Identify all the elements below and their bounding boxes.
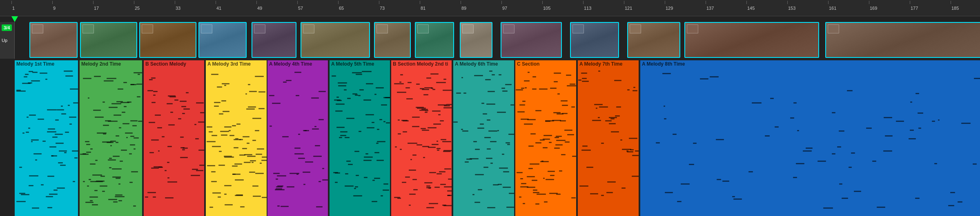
midi-note — [442, 205, 447, 206]
midi-note — [167, 162, 169, 163]
midi-note — [367, 127, 374, 128]
midi-note — [793, 102, 796, 104]
midi-note — [340, 135, 346, 136]
video-clip — [627, 22, 680, 58]
midi-note — [549, 142, 551, 143]
video-clip — [501, 22, 562, 58]
midi-note — [221, 134, 227, 136]
midi-note — [49, 194, 57, 195]
video-clip — [825, 22, 980, 58]
midi-note — [443, 90, 451, 91]
midi-note — [294, 72, 301, 73]
midi-note — [383, 97, 390, 98]
midi-note — [510, 104, 514, 106]
midi-note — [250, 160, 256, 161]
midi-note — [832, 153, 835, 154]
midi-note — [509, 193, 514, 194]
midi-note — [24, 76, 27, 77]
midi-note — [29, 115, 36, 116]
midi-note — [336, 127, 345, 128]
melody-section: Melody 2nd Time — [80, 60, 142, 216]
midi-note — [249, 91, 257, 92]
midi-note — [408, 143, 417, 144]
midi-note — [483, 167, 488, 168]
midi-note — [481, 103, 484, 104]
midi-note — [83, 78, 91, 79]
midi-note — [234, 147, 238, 148]
midi-note — [410, 159, 412, 160]
midi-note — [499, 168, 508, 169]
midi-note — [426, 187, 431, 188]
midi-note — [353, 195, 362, 196]
midi-note — [488, 130, 498, 132]
midi-note — [32, 207, 39, 209]
midi-note — [345, 173, 348, 174]
midi-note — [68, 105, 70, 106]
midi-note — [656, 142, 660, 143]
midi-note — [198, 150, 204, 151]
midi-note — [26, 132, 29, 133]
midi-note — [443, 107, 452, 108]
midi-note — [354, 151, 359, 152]
midi-note — [229, 135, 234, 136]
midi-note — [401, 120, 408, 121]
midi-note — [294, 148, 301, 149]
midi-note — [363, 160, 372, 161]
midi-note — [635, 150, 639, 152]
midi-note — [394, 197, 400, 198]
midi-note — [505, 84, 512, 85]
ruler-tick — [787, 1, 788, 4]
video-clip — [29, 22, 78, 58]
midi-note — [533, 192, 539, 193]
ruler-label: 161 — [829, 6, 836, 11]
midi-note — [377, 129, 379, 130]
midi-note — [112, 168, 122, 170]
midi-note — [49, 146, 56, 148]
midi-note — [918, 128, 921, 129]
midi-note — [412, 126, 420, 127]
midi-note — [89, 196, 98, 198]
midi-note — [533, 190, 537, 191]
midi-note — [616, 106, 621, 108]
ruler: 1917253341495765738189971051131211291371… — [0, 0, 980, 16]
midi-note — [447, 190, 452, 192]
midi-note — [372, 201, 377, 202]
midi-note — [126, 137, 128, 138]
midi-note — [433, 123, 441, 125]
midi-note — [102, 191, 105, 192]
ruler-label: 169 — [870, 6, 877, 11]
midi-note — [438, 114, 441, 115]
midi-note — [884, 117, 893, 118]
midi-note — [490, 163, 492, 164]
midi-note — [621, 187, 626, 189]
midi-note — [70, 88, 78, 90]
midi-note — [517, 172, 523, 173]
midi-note — [562, 105, 568, 106]
midi-note — [94, 76, 101, 77]
midi-note — [442, 141, 451, 142]
video-clips-row — [15, 22, 980, 59]
midi-note — [336, 104, 345, 105]
midi-note — [501, 88, 505, 89]
midi-note — [262, 197, 267, 198]
midi-note — [839, 130, 844, 132]
midi-note — [29, 185, 34, 186]
midi-note — [318, 119, 324, 120]
midi-note — [31, 141, 33, 142]
ruler-mark: 81 — [420, 0, 420, 16]
midi-note — [478, 189, 482, 190]
midi-note — [168, 124, 175, 126]
midi-note — [181, 106, 186, 107]
midi-note — [229, 130, 231, 131]
ruler-mark: 113 — [583, 0, 584, 16]
midi-note — [581, 73, 587, 74]
midi-note — [336, 97, 339, 98]
midi-note — [398, 119, 400, 121]
midi-note — [475, 174, 484, 175]
midi-note — [372, 122, 374, 123]
midi-note — [47, 207, 52, 208]
ruler-label: 89 — [461, 6, 466, 11]
midi-note — [211, 74, 219, 75]
ruler-tick — [338, 1, 339, 4]
midi-note — [318, 181, 321, 182]
